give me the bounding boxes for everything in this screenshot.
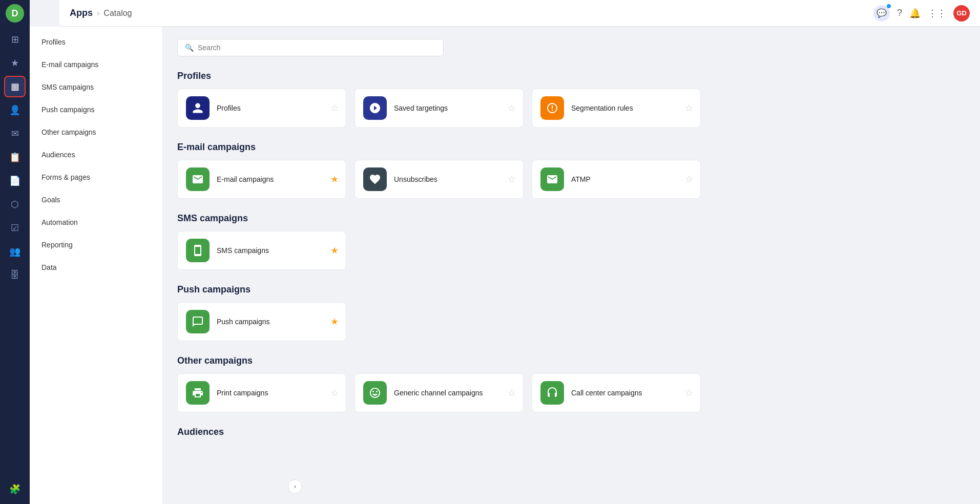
card-label-atmp: ATMP: [571, 175, 692, 183]
help-icon[interactable]: ?: [897, 8, 902, 18]
section-title-other-campaigns: Other campaigns: [177, 355, 966, 366]
section-title-audiences: Audiences: [177, 427, 966, 437]
star-button-email-campaigns[interactable]: ★: [330, 174, 339, 185]
sidebar-item-goals[interactable]: Goals: [30, 188, 162, 211]
nav-icon-apps[interactable]: ▦: [4, 76, 26, 97]
search-input[interactable]: [198, 44, 436, 52]
star-button-generic-channel[interactable]: ☆: [508, 387, 516, 398]
nav-icon-doc[interactable]: 📄: [4, 170, 26, 192]
cards-row-other-campaigns: Print campaigns ☆ Generic channel campai…: [177, 373, 966, 412]
sidebar-item-other-campaigns[interactable]: Other campaigns: [30, 121, 162, 143]
card-generic-channel[interactable]: Generic channel campaigns ☆: [355, 373, 524, 412]
sidebar-item-profiles[interactable]: Profiles: [30, 31, 162, 53]
nav-icon-email[interactable]: ✉: [4, 123, 26, 144]
card-label-generic-channel: Generic channel campaigns: [394, 389, 515, 397]
section-title-sms-campaigns: SMS campaigns: [177, 213, 966, 224]
app-title: Apps: [70, 8, 93, 18]
section-title-profiles: Profiles: [177, 71, 966, 81]
section-title-push-campaigns: Push campaigns: [177, 284, 966, 295]
grid-apps-icon[interactable]: ⋮⋮: [928, 8, 946, 19]
card-icon-call-center: [540, 381, 564, 405]
chat-notification[interactable]: 💬: [873, 5, 890, 22]
nav-icon-profiles[interactable]: 👤: [4, 99, 26, 121]
card-icon-push-campaigns: [186, 310, 210, 333]
card-label-unsubscribes: Unsubscribes: [394, 175, 515, 183]
app-logo[interactable]: D: [6, 4, 24, 23]
card-label-call-center: Call center campaigns: [571, 389, 692, 397]
card-icon-email-campaigns: [186, 167, 210, 191]
sidebar-item-data[interactable]: Data: [30, 256, 162, 279]
user-avatar[interactable]: GD: [953, 5, 970, 22]
sidebar-item-reporting[interactable]: Reporting: [30, 234, 162, 256]
sidebar-item-email-campaigns[interactable]: E-mail campaigns: [30, 53, 162, 76]
cards-row-sms-campaigns: SMS campaigns ★: [177, 231, 966, 270]
card-saved-targetings[interactable]: Saved targetings ☆: [355, 89, 524, 128]
card-segmentation-rules[interactable]: Segmentation rules ☆: [532, 89, 701, 128]
search-box: 🔍: [177, 39, 444, 56]
nav-icon-favorites[interactable]: ★: [4, 52, 26, 74]
header-right: 💬 ? 🔔 ⋮⋮ GD: [873, 5, 970, 22]
nav-icon-database[interactable]: 🗄: [4, 264, 26, 286]
sidebar-item-audiences[interactable]: Audiences: [30, 143, 162, 166]
notification-bell-icon[interactable]: 🔔: [909, 8, 921, 19]
body-area: Profiles E-mail campaigns SMS campaigns …: [30, 27, 980, 504]
section-other-campaigns: Other campaigns Print campaigns ☆ Gene: [177, 355, 966, 412]
nav-icon-checklist[interactable]: ☑: [4, 217, 26, 239]
section-sms-campaigns: SMS campaigns SMS campaigns ★: [177, 213, 966, 270]
breadcrumb-sub[interactable]: Catalog: [103, 9, 132, 18]
card-email-campaigns[interactable]: E-mail campaigns ★: [177, 160, 346, 199]
card-icon-saved-targetings: [363, 96, 387, 120]
star-button-atmp[interactable]: ☆: [685, 174, 693, 185]
card-label-saved-targetings: Saved targetings: [394, 104, 515, 112]
star-button-profiles[interactable]: ☆: [330, 102, 339, 114]
nav-icon-clipboard[interactable]: 📋: [4, 146, 26, 168]
card-call-center[interactable]: Call center campaigns ☆: [532, 373, 701, 412]
main-content: 🔍 Profiles Profiles ☆: [163, 27, 980, 504]
nav-icon-dashboard[interactable]: ⊞: [4, 29, 26, 50]
star-button-saved-targetings[interactable]: ☆: [508, 102, 516, 114]
star-button-call-center[interactable]: ☆: [685, 387, 693, 398]
star-button-sms-campaigns[interactable]: ★: [330, 245, 339, 256]
cards-row-email-campaigns: E-mail campaigns ★ Unsubscribes ☆: [177, 160, 966, 199]
nav-icon-network[interactable]: ⬡: [4, 194, 26, 215]
sidebar-item-automation[interactable]: Automation: [30, 211, 162, 234]
cards-row-profiles: Profiles ☆ Saved targetings ☆: [177, 89, 966, 128]
card-print-campaigns[interactable]: Print campaigns ☆: [177, 373, 346, 412]
card-label-print-campaigns: Print campaigns: [217, 389, 338, 397]
section-email-campaigns: E-mail campaigns E-mail campaigns ★ Un: [177, 142, 966, 199]
card-label-segmentation-rules: Segmentation rules: [571, 104, 692, 112]
card-unsubscribes[interactable]: Unsubscribes ☆: [355, 160, 524, 199]
card-profiles[interactable]: Profiles ☆: [177, 89, 346, 128]
search-icon: 🔍: [185, 44, 194, 52]
sidebar-item-sms-campaigns[interactable]: SMS campaigns: [30, 76, 162, 98]
sidebar-item-forms-pages[interactable]: Forms & pages: [30, 166, 162, 188]
star-button-segmentation-rules[interactable]: ☆: [685, 102, 693, 114]
card-label-push-campaigns: Push campaigns: [217, 318, 338, 326]
sidebar-item-push-campaigns[interactable]: Push campaigns: [30, 98, 162, 121]
nav-icon-puzzle[interactable]: 🧩: [4, 478, 26, 500]
main-container: Apps › Catalog 💬 ? 🔔 ⋮⋮ GD Profiles E-ma…: [30, 0, 980, 504]
cards-row-push-campaigns: Push campaigns ★: [177, 302, 966, 341]
star-button-unsubscribes[interactable]: ☆: [508, 174, 516, 185]
card-label-sms-campaigns: SMS campaigns: [217, 246, 338, 255]
card-sms-campaigns[interactable]: SMS campaigns ★: [177, 231, 346, 270]
section-audiences: Audiences: [177, 427, 966, 437]
star-button-print-campaigns[interactable]: ☆: [330, 387, 339, 398]
sidebar: Profiles E-mail campaigns SMS campaigns …: [30, 27, 163, 504]
header: Apps › Catalog 💬 ? 🔔 ⋮⋮ GD: [59, 0, 980, 27]
star-button-push-campaigns[interactable]: ★: [330, 316, 339, 327]
card-atmp[interactable]: ATMP ☆: [532, 160, 701, 199]
card-icon-print-campaigns: [186, 381, 210, 405]
section-title-email-campaigns: E-mail campaigns: [177, 142, 966, 153]
card-push-campaigns[interactable]: Push campaigns ★: [177, 302, 346, 341]
card-icon-atmp: [540, 167, 564, 191]
card-icon-sms-campaigns: [186, 239, 210, 262]
card-icon-unsubscribes: [363, 167, 387, 191]
card-label-profiles: Profiles: [217, 104, 338, 112]
nav-icon-users[interactable]: 👥: [4, 241, 26, 262]
icon-navigation: D ⊞ ★ ▦ 👤 ✉ 📋 📄 ⬡ ☑ 👥 🗄 🧩: [0, 0, 30, 504]
section-push-campaigns: Push campaigns Push campaigns ★: [177, 284, 966, 341]
breadcrumb-separator: ›: [97, 9, 99, 18]
sidebar-expand-button[interactable]: ›: [288, 479, 302, 494]
card-icon-profiles: [186, 96, 210, 120]
